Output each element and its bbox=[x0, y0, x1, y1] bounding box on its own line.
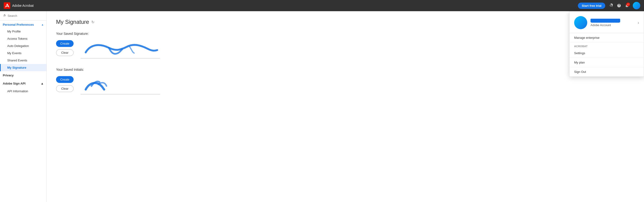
dropdown-arrow-icon: › bbox=[638, 20, 639, 25]
dropdown-username: ████████████ bbox=[590, 19, 620, 22]
signature-buttons: Create Clear bbox=[56, 40, 74, 58]
dropdown-avatar bbox=[574, 16, 587, 29]
privacy-header[interactable]: Privacy bbox=[0, 71, 46, 80]
chevron-up-icon-api: ▲ bbox=[41, 82, 44, 85]
search-container[interactable] bbox=[0, 11, 46, 20]
page-title: My Signature bbox=[56, 19, 89, 25]
sidebar: Personal Preferences ▲ My Profile Access… bbox=[0, 11, 47, 202]
settings-item[interactable]: Settings bbox=[570, 48, 644, 58]
dropdown-header: ████████████ Adobe Account › bbox=[570, 12, 644, 33]
main-layout: Personal Preferences ▲ My Profile Access… bbox=[0, 0, 644, 202]
sidebar-item-api-information[interactable]: API Information bbox=[0, 88, 46, 95]
create-initials-button[interactable]: Create bbox=[56, 76, 74, 83]
account-dropdown: ████████████ Adobe Account › Manage ente… bbox=[569, 11, 644, 77]
initials-row: Create Clear bbox=[56, 75, 635, 94]
initials-canvas bbox=[80, 76, 160, 94]
sidebar-item-my-profile[interactable]: My Profile bbox=[0, 28, 46, 35]
sidebar-item-access-tokens[interactable]: Access Tokens bbox=[0, 35, 46, 42]
top-nav: Adobe Acrobat Start free trial 17 bbox=[0, 0, 644, 11]
saved-signature-label: Your Saved Signature: bbox=[56, 32, 635, 36]
logo-icon bbox=[4, 2, 10, 9]
sidebar-search-icon bbox=[3, 14, 6, 18]
manage-enterprise-item[interactable]: Manage enterprise bbox=[570, 33, 644, 42]
search-icon[interactable] bbox=[609, 4, 613, 8]
signature-canvas bbox=[80, 40, 160, 58]
chevron-up-icon: ▲ bbox=[41, 23, 44, 26]
notifications-icon[interactable]: 17 bbox=[625, 4, 629, 8]
refresh-icon[interactable]: ↻ bbox=[91, 20, 94, 24]
my-plan-item[interactable]: My plan bbox=[570, 58, 644, 67]
dropdown-user-info: ████████████ Adobe Account bbox=[590, 19, 620, 27]
search-input[interactable] bbox=[8, 14, 44, 18]
clear-initials-button[interactable]: Clear bbox=[56, 85, 74, 92]
dropdown-account-label: Adobe Account bbox=[590, 23, 620, 27]
personal-preferences-header[interactable]: Personal Preferences ▲ bbox=[0, 20, 46, 28]
personal-preferences-label: Personal Preferences bbox=[3, 23, 34, 26]
notification-badge: 17 bbox=[626, 2, 630, 6]
clear-signature-button[interactable]: Clear bbox=[56, 49, 74, 56]
page-title-row: My Signature ↻ bbox=[56, 19, 635, 25]
saved-initials-section: Your Saved Initials: Create Clear bbox=[56, 68, 635, 94]
saved-initials-label: Your Saved Initials: bbox=[56, 68, 635, 72]
signature-image bbox=[80, 40, 160, 58]
app-logo: Adobe Acrobat bbox=[4, 2, 34, 9]
sidebar-item-my-signature[interactable]: My Signature bbox=[0, 64, 46, 71]
initials-image bbox=[80, 76, 160, 94]
main-content: My Signature ↻ Your Saved Signature: Cre… bbox=[47, 11, 644, 202]
help-icon[interactable] bbox=[617, 4, 621, 8]
sidebar-item-shared-events[interactable]: Shared Events bbox=[0, 57, 46, 64]
start-trial-button[interactable]: Start free trial bbox=[578, 2, 605, 9]
create-signature-button[interactable]: Create bbox=[56, 40, 74, 47]
initials-buttons: Create Clear bbox=[56, 76, 74, 94]
sidebar-item-my-events[interactable]: My Events bbox=[0, 50, 46, 57]
signature-row: Create Clear bbox=[56, 39, 635, 58]
user-avatar[interactable] bbox=[633, 2, 640, 9]
sign-out-item[interactable]: Sign Out bbox=[570, 67, 644, 76]
acrobat-section-label: ACROBAT bbox=[570, 42, 644, 48]
saved-signature-section: Your Saved Signature: Create Clear bbox=[56, 32, 635, 58]
app-name: Adobe Acrobat bbox=[12, 4, 34, 8]
adobe-sign-api-header[interactable]: Adobe Sign API ▲ bbox=[0, 80, 46, 88]
sidebar-item-auto-delegation[interactable]: Auto Delegation bbox=[0, 42, 46, 50]
